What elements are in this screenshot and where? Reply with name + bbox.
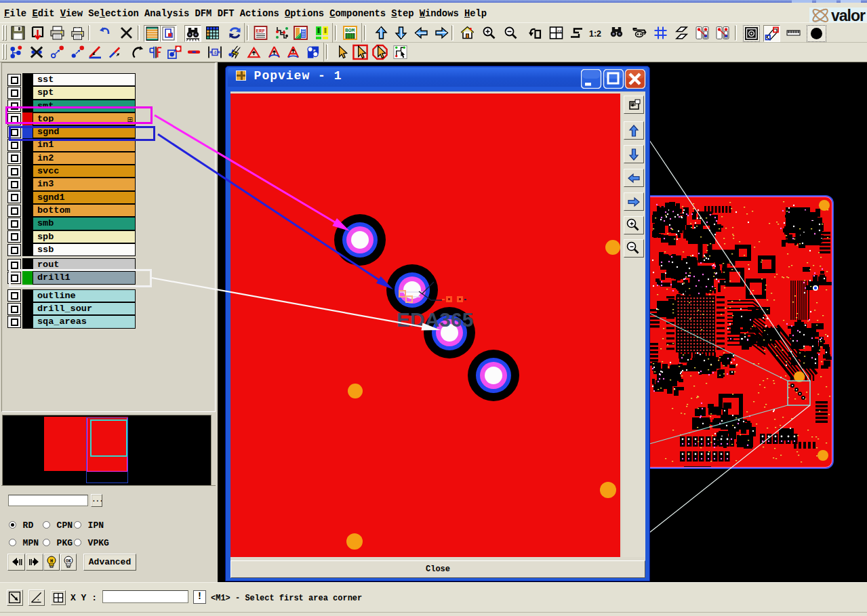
svg-text:valor: valor [831, 7, 866, 24]
svg-text:ERF: ERF [256, 28, 266, 34]
svg-text:H: H [50, 558, 53, 564]
svg-text:BOM: BOM [345, 27, 355, 33]
svg-text:1:2: 1:2 [589, 29, 601, 39]
svg-text:°: ° [37, 598, 39, 603]
svg-text:xy: xy [557, 28, 562, 33]
svg-text:4: 4 [214, 49, 217, 56]
svg-text:OK: OK [66, 559, 71, 564]
svg-text:EDA365: EDA365 [397, 308, 473, 331]
